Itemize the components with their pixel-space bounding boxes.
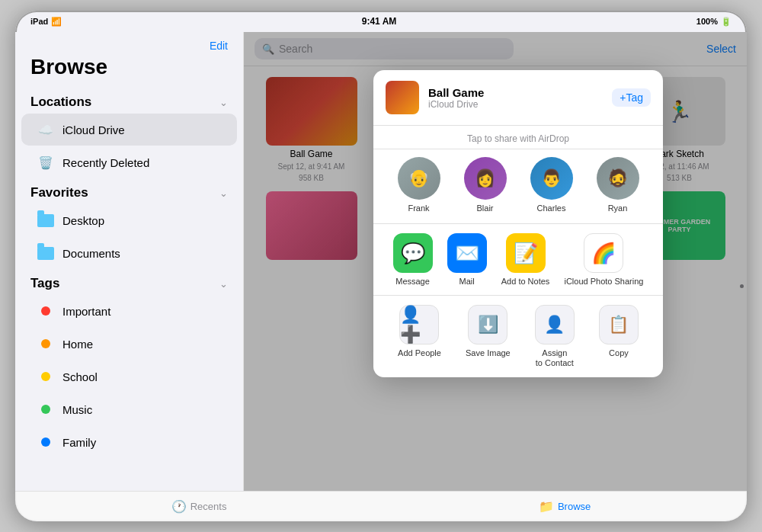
save-image-icon: ⬇️ [468,305,507,345]
app-row: 💬 Message ✉️ Mail 📝 [373,224,663,296]
app-item-photos[interactable]: 🌈 iCloud Photo Sharing [564,233,643,286]
sidebar-item-desktop[interactable]: Desktop [21,204,237,236]
favorites-section-header: Favorites ⌄ [15,179,243,204]
tag-button[interactable]: +Tag [612,88,651,107]
photos-icon: 🌈 [584,233,623,273]
blair-name: Blair [476,204,493,213]
music-tag-icon [37,400,55,418]
share-file-info: Ball Game iCloud Drive [428,86,603,110]
mail-label: Mail [459,277,475,286]
share-file-icon [386,81,419,114]
icloud-icon: ☁️ [37,120,55,139]
family-tag-icon [37,433,55,451]
sidebar-item-icloud-drive[interactable]: ☁️ iCloud Drive [21,114,237,146]
browse-tab-label: Browse [558,501,591,512]
favorites-title: Favorites [30,185,88,200]
sidebar-item-school[interactable]: School [21,361,237,393]
copy-label: Copy [609,348,629,358]
important-tag-icon [37,302,55,320]
documents-label: Documents [62,247,120,260]
browse-tab-icon: 📁 [539,499,554,514]
share-sheet-overlay: Ball Game iCloud Drive +Tag Tap to share… [244,32,747,491]
ipad-label: iPad [30,17,48,26]
avatar-charles: 👨 [530,157,573,200]
status-right: 100% 🔋 [696,17,732,27]
home-tag-icon [37,335,55,353]
main-content: 🔍 Search Select Ball Game Sept 12, at 9:… [244,32,747,491]
school-label: School [62,370,98,383]
airdrop-person-charles[interactable]: 👨 Charles [530,157,573,213]
family-label: Family [62,436,96,449]
share-sheet-header: Ball Game iCloud Drive +Tag [373,70,663,126]
browse-title: Browse [15,52,243,88]
add-people-label: Add People [398,348,441,358]
ryan-name: Ryan [608,204,628,213]
favorites-chevron-icon[interactable]: ⌄ [219,187,228,199]
battery-icon: 🔋 [721,17,732,27]
airdrop-label: Tap to share with AirDrop [373,126,663,149]
sidebar-header: Edit [15,32,243,52]
share-file-name: Ball Game [428,86,603,99]
notes-label: Add to Notes [501,277,550,286]
save-image-label: Save Image [466,348,511,358]
copy-icon: 📋 [599,305,639,345]
sidebar-item-documents[interactable]: Documents [21,237,237,269]
sidebar: Edit Browse Locations ⌄ ☁️ iCloud Drive … [15,32,244,491]
share-file-source: iCloud Drive [428,99,603,110]
battery-percent: 100% [696,17,718,26]
airdrop-contacts: 👴 Frank 👩 Blair 👨 [373,149,663,224]
action-item-save-image[interactable]: ⬇️ Save Image [466,305,511,368]
music-label: Music [62,403,92,416]
locations-title: Locations [30,95,91,110]
edit-button[interactable]: Edit [210,40,228,52]
airdrop-person-frank[interactable]: 👴 Frank [398,157,440,213]
desktop-folder-icon [37,211,55,229]
locations-chevron-icon[interactable]: ⌄ [219,97,228,108]
sidebar-item-important[interactable]: Important [21,295,237,327]
recents-tab-icon: 🕐 [171,499,187,514]
action-item-add-people[interactable]: 👤➕ Add People [398,305,441,368]
tags-title: Tags [30,276,59,291]
action-item-copy[interactable]: 📋 Copy [599,305,639,368]
action-row: 👤➕ Add People ⬇️ Save Image [373,296,663,377]
app-container: Edit Browse Locations ⌄ ☁️ iCloud Drive … [15,32,747,491]
messages-icon: 💬 [393,233,433,273]
recently-deleted-label: Recently Deleted [62,156,149,169]
assign-contact-label: Assignto Contact [536,348,574,368]
home-label: Home [62,338,93,351]
airdrop-person-ryan[interactable]: 🧔 Ryan [597,157,639,213]
charles-name: Charles [537,204,566,213]
recents-tab-label: Recents [190,501,227,512]
app-item-message[interactable]: 💬 Message [393,233,433,286]
tab-browse[interactable]: 📁 Browse [527,496,603,517]
sidebar-item-home[interactable]: Home [21,328,237,360]
photos-label: iCloud Photo Sharing [564,277,643,286]
school-tag-icon [37,367,55,386]
tab-bar: 🕐 Recents 📁 Browse [15,491,747,521]
sidebar-item-music[interactable]: Music [21,393,237,425]
locations-section-header: Locations ⌄ [15,88,243,113]
app-item-mail[interactable]: ✉️ Mail [447,233,487,286]
avatar-frank: 👴 [398,157,440,200]
airdrop-person-blair[interactable]: 👩 Blair [464,157,507,213]
frank-name: Frank [408,204,429,213]
tab-recents[interactable]: 🕐 Recents [159,496,239,517]
avatar-ryan: 🧔 [597,157,639,200]
mail-icon: ✉️ [447,233,487,273]
clock: 9:41 AM [362,16,397,27]
sidebar-item-recently-deleted[interactable]: 🗑️ Recently Deleted [21,146,237,178]
ipad-frame: iPad 📶 9:41 AM 100% 🔋 Edit Browse Locati… [15,11,747,521]
add-people-icon: 👤➕ [399,305,439,345]
desktop-label: Desktop [62,214,104,227]
share-sheet: Ball Game iCloud Drive +Tag Tap to share… [373,70,663,377]
messages-label: Message [395,277,430,286]
important-label: Important [62,305,110,318]
trash-icon: 🗑️ [37,153,55,171]
status-bar: iPad 📶 9:41 AM 100% 🔋 [15,11,747,32]
app-item-notes[interactable]: 📝 Add to Notes [501,233,550,286]
action-item-assign-contact[interactable]: 👤 Assignto Contact [535,305,575,368]
documents-folder-icon [37,244,55,262]
sidebar-item-family[interactable]: Family [21,426,237,458]
tags-chevron-icon[interactable]: ⌄ [219,278,228,290]
status-left: iPad 📶 [30,17,62,27]
